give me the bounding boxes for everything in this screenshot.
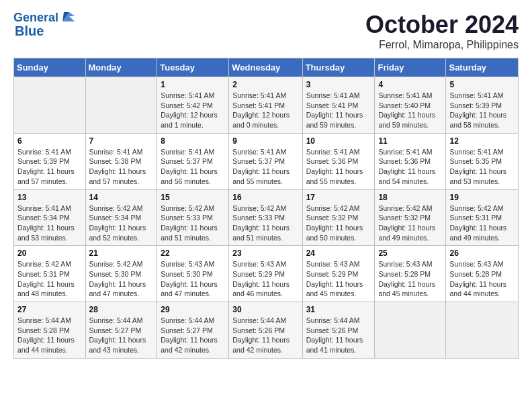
day-info: Sunrise: 5:42 AMSunset: 5:33 PMDaylight:… [232, 203, 298, 243]
weekday-header: Monday [85, 58, 157, 77]
day-info: Sunrise: 5:44 AMSunset: 5:26 PMDaylight:… [306, 316, 371, 355]
weekday-header: Tuesday [157, 58, 229, 77]
calendar-table: SundayMondayTuesdayWednesdayThursdayFrid… [13, 58, 519, 359]
calendar-cell: 9Sunrise: 5:41 AMSunset: 5:37 PMDaylight… [229, 133, 302, 189]
day-number: 24 [306, 248, 371, 258]
day-info: Sunrise: 5:41 AMSunset: 5:38 PMDaylight:… [89, 147, 154, 187]
calendar-subtitle: Ferrol, Mimaropa, Philippines [365, 39, 519, 51]
day-info: Sunrise: 5:42 AMSunset: 5:31 PMDaylight:… [17, 259, 82, 299]
day-info: Sunrise: 5:44 AMSunset: 5:27 PMDaylight:… [89, 316, 154, 355]
day-number: 8 [161, 136, 225, 146]
calendar-cell: 8Sunrise: 5:41 AMSunset: 5:37 PMDaylight… [157, 133, 229, 189]
day-info: Sunrise: 5:43 AMSunset: 5:29 PMDaylight:… [232, 259, 298, 299]
day-number: 20 [17, 248, 82, 258]
calendar-cell: 1Sunrise: 5:41 AMSunset: 5:42 PMDaylight… [157, 77, 229, 134]
day-number: 3 [306, 80, 371, 89]
calendar-week-row: 13Sunrise: 5:41 AMSunset: 5:34 PMDayligh… [14, 189, 519, 246]
calendar-cell: 18Sunrise: 5:42 AMSunset: 5:32 PMDayligh… [375, 189, 446, 246]
calendar-cell: 28Sunrise: 5:44 AMSunset: 5:27 PMDayligh… [85, 302, 157, 359]
day-info: Sunrise: 5:44 AMSunset: 5:28 PMDaylight:… [17, 316, 82, 355]
calendar-cell: 22Sunrise: 5:43 AMSunset: 5:30 PMDayligh… [157, 246, 229, 302]
calendar-cell: 29Sunrise: 5:44 AMSunset: 5:27 PMDayligh… [157, 302, 229, 359]
weekday-header: Saturday [446, 58, 519, 77]
calendar-cell: 23Sunrise: 5:43 AMSunset: 5:29 PMDayligh… [229, 246, 302, 302]
day-number: 16 [232, 193, 298, 202]
day-info: Sunrise: 5:41 AMSunset: 5:41 PMDaylight:… [232, 91, 298, 130]
day-number: 25 [378, 248, 442, 258]
day-number: 12 [449, 136, 515, 146]
day-number: 9 [232, 136, 298, 146]
weekday-header: Sunday [14, 58, 86, 77]
day-number: 4 [378, 80, 442, 89]
calendar-cell: 19Sunrise: 5:42 AMSunset: 5:31 PMDayligh… [446, 189, 519, 246]
calendar-cell: 12Sunrise: 5:41 AMSunset: 5:35 PMDayligh… [446, 133, 519, 189]
day-info: Sunrise: 5:41 AMSunset: 5:41 PMDaylight:… [306, 91, 371, 130]
day-info: Sunrise: 5:44 AMSunset: 5:27 PMDaylight:… [161, 316, 225, 355]
calendar-cell: 24Sunrise: 5:43 AMSunset: 5:29 PMDayligh… [302, 246, 375, 302]
day-number: 31 [306, 305, 371, 314]
calendar-cell: 26Sunrise: 5:43 AMSunset: 5:28 PMDayligh… [446, 246, 519, 302]
day-number: 5 [449, 80, 515, 89]
day-info: Sunrise: 5:42 AMSunset: 5:32 PMDaylight:… [378, 203, 442, 243]
logo-text-line2: Blue [15, 23, 44, 39]
calendar-cell: 4Sunrise: 5:41 AMSunset: 5:40 PMDaylight… [375, 77, 446, 134]
day-info: Sunrise: 5:43 AMSunset: 5:28 PMDaylight:… [449, 259, 515, 299]
day-number: 13 [17, 193, 82, 202]
day-number: 2 [232, 80, 298, 89]
day-info: Sunrise: 5:42 AMSunset: 5:30 PMDaylight:… [89, 259, 154, 299]
logo-bird-icon [60, 9, 75, 24]
weekday-header: Thursday [302, 58, 375, 77]
day-number: 23 [232, 248, 298, 258]
weekday-header: Wednesday [229, 58, 302, 77]
calendar-cell [14, 77, 86, 134]
title-section: October 2024 Ferrol, Mimaropa, Philippin… [365, 11, 519, 51]
day-number: 26 [449, 248, 515, 258]
day-number: 28 [89, 305, 154, 314]
day-number: 10 [306, 136, 371, 146]
day-number: 15 [161, 193, 225, 202]
calendar-cell: 21Sunrise: 5:42 AMSunset: 5:30 PMDayligh… [85, 246, 157, 302]
calendar-cell: 30Sunrise: 5:44 AMSunset: 5:26 PMDayligh… [229, 302, 302, 359]
day-info: Sunrise: 5:43 AMSunset: 5:28 PMDaylight:… [378, 259, 442, 299]
calendar-cell: 3Sunrise: 5:41 AMSunset: 5:41 PMDaylight… [302, 77, 375, 134]
calendar-cell [446, 302, 519, 359]
calendar-week-row: 27Sunrise: 5:44 AMSunset: 5:28 PMDayligh… [14, 302, 519, 359]
page-header: General Blue October 2024 Ferrol, Mimaro… [13, 11, 519, 51]
day-info: Sunrise: 5:41 AMSunset: 5:37 PMDaylight:… [161, 147, 225, 187]
day-number: 1 [161, 80, 225, 89]
calendar-cell: 31Sunrise: 5:44 AMSunset: 5:26 PMDayligh… [302, 302, 375, 359]
day-number: 19 [449, 193, 515, 202]
calendar-week-row: 1Sunrise: 5:41 AMSunset: 5:42 PMDaylight… [14, 77, 519, 134]
day-info: Sunrise: 5:43 AMSunset: 5:29 PMDaylight:… [306, 259, 371, 299]
day-info: Sunrise: 5:42 AMSunset: 5:32 PMDaylight:… [306, 203, 371, 243]
day-info: Sunrise: 5:42 AMSunset: 5:31 PMDaylight:… [449, 203, 515, 243]
day-info: Sunrise: 5:41 AMSunset: 5:42 PMDaylight:… [161, 91, 225, 130]
day-number: 7 [89, 136, 154, 146]
calendar-cell: 6Sunrise: 5:41 AMSunset: 5:39 PMDaylight… [14, 133, 86, 189]
day-info: Sunrise: 5:41 AMSunset: 5:34 PMDaylight:… [17, 203, 82, 243]
day-info: Sunrise: 5:41 AMSunset: 5:39 PMDaylight:… [17, 147, 82, 187]
calendar-cell [85, 77, 157, 134]
calendar-cell: 5Sunrise: 5:41 AMSunset: 5:39 PMDaylight… [446, 77, 519, 134]
calendar-cell: 27Sunrise: 5:44 AMSunset: 5:28 PMDayligh… [14, 302, 86, 359]
calendar-cell: 13Sunrise: 5:41 AMSunset: 5:34 PMDayligh… [14, 189, 86, 246]
day-info: Sunrise: 5:42 AMSunset: 5:33 PMDaylight:… [161, 203, 225, 243]
day-number: 29 [161, 305, 225, 314]
day-number: 27 [17, 305, 82, 314]
day-info: Sunrise: 5:41 AMSunset: 5:36 PMDaylight:… [378, 147, 442, 187]
calendar-cell: 16Sunrise: 5:42 AMSunset: 5:33 PMDayligh… [229, 189, 302, 246]
day-number: 21 [89, 248, 154, 258]
day-info: Sunrise: 5:41 AMSunset: 5:37 PMDaylight:… [232, 147, 298, 187]
day-info: Sunrise: 5:41 AMSunset: 5:36 PMDaylight:… [306, 147, 371, 187]
day-info: Sunrise: 5:43 AMSunset: 5:30 PMDaylight:… [161, 259, 225, 299]
calendar-cell: 20Sunrise: 5:42 AMSunset: 5:31 PMDayligh… [14, 246, 86, 302]
day-number: 14 [89, 193, 154, 202]
day-number: 6 [17, 136, 82, 146]
calendar-cell [375, 302, 446, 359]
day-info: Sunrise: 5:44 AMSunset: 5:26 PMDaylight:… [232, 316, 298, 355]
day-number: 18 [378, 193, 442, 202]
calendar-cell: 11Sunrise: 5:41 AMSunset: 5:36 PMDayligh… [375, 133, 446, 189]
calendar-cell: 17Sunrise: 5:42 AMSunset: 5:32 PMDayligh… [302, 189, 375, 246]
day-info: Sunrise: 5:41 AMSunset: 5:40 PMDaylight:… [378, 91, 442, 130]
day-info: Sunrise: 5:41 AMSunset: 5:39 PMDaylight:… [449, 91, 515, 130]
